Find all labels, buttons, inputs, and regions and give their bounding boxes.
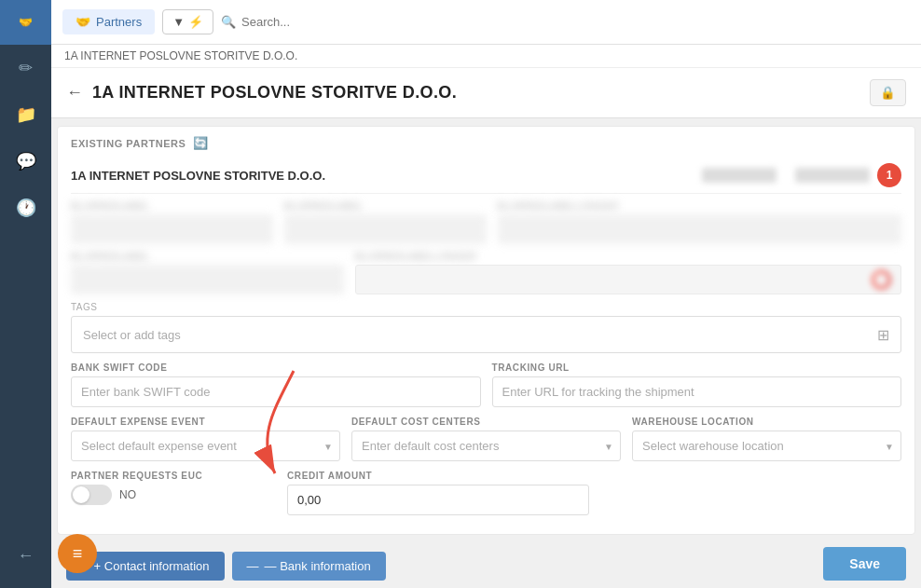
record-title: 1A INTERNET POSLOVNE STORITVE D.O.O. [92,83,457,103]
expense-event-select[interactable]: Select default expense event [71,431,340,461]
partners-btn-label: Partners [96,15,142,29]
chat-icon: 💬 [16,151,36,171]
expense-cost-warehouse-row: DEFAULT EXPENSE EVENT Select default exp… [71,417,901,461]
tracking-url-group: TRACKING URL [492,362,902,407]
save-label: Save [849,556,880,571]
tracking-url-input[interactable] [492,376,902,407]
lock-button[interactable]: 🔒 [870,79,906,106]
content-scroll: 1A INTERNET POSLOVNE STORITVE D.O.O. ← 1… [51,45,921,588]
form-section: EXISTING PARTNERS 🔄 1A INTERNET POSLOVNE… [57,126,915,535]
search-container: 🔍 [221,15,409,29]
credit-amount-input[interactable]: 0,00 [287,485,589,515]
back-nav-btn[interactable]: ← [0,532,51,579]
tags-label: TAGS [71,302,901,312]
sidebar: 🤝 ✏ 📁 💬 🕐 ← [0,0,51,588]
partners-btn-icon: 🤝 [76,15,90,29]
tags-expand-icon: ⊞ [877,326,889,344]
euc-group: PARTNER REQUESTS EUC NO [71,471,276,515]
bank-swift-input[interactable] [71,376,481,407]
filter-icon2: ⚡ [188,15,203,29]
partner-blurred-2 [795,168,870,183]
search-input[interactable] [241,15,409,29]
breadcrumb: 1A INTERNET POSLOVNE STORITVE D.O.O. [51,45,921,68]
partner-badge: 1 [877,163,901,187]
bank-minus-icon: — [247,559,259,573]
toggle-off-label: NO [119,488,136,501]
euc-toggle[interactable] [71,485,112,505]
record-header-left: ← 1A INTERNET POSLOVNE STORITVE D.O.O. [66,83,457,103]
warehouse-location-group: WAREHOUSE LOCATION Select warehouse loca… [632,417,901,461]
partner-blurred-1 [702,168,777,183]
cost-centers-select[interactable]: Enter default cost centers [351,431,621,461]
refresh-icon[interactable]: 🔄 [193,136,208,150]
bank-swift-label: BANK SWIFT CODE [71,362,481,373]
bank-information-button[interactable]: — — Bank information [232,552,386,581]
credit-amount-group: CREDIT AMOUNT 0,00 [287,471,589,515]
save-button[interactable]: Save [823,547,906,581]
existing-partner-row: 1A INTERNET POSLOVNE STORITVE D.O.O. 1 [71,157,901,194]
edit-nav-btn[interactable]: ✏ [0,45,51,91]
partners-nav-btn[interactable]: 🤝 [0,0,51,45]
partners-icon: 🤝 [19,16,33,29]
fab-button[interactable]: ≡ [58,534,97,573]
blurred-row-2: BLURREDLABEL BLURREDLABELLONGER ⭕ [71,252,901,294]
warehouse-select-wrapper: Select warehouse location ▼ [632,431,901,461]
search-icon: 🔍 [221,15,236,29]
warehouse-location-select[interactable]: Select warehouse location [632,431,901,461]
euc-label: PARTNER REQUESTS EUC [71,471,276,481]
topbar: 🤝 Partners ▼ ⚡ 🔍 [51,0,921,45]
fab-icon: ≡ [73,544,83,564]
cost-centers-select-wrapper: Enter default cost centers ▼ [351,431,621,461]
back-button[interactable]: ← [66,83,83,103]
bank-information-label: — Bank information [265,559,371,573]
tags-placeholder: Select or add tags [83,328,181,342]
euc-credit-row: PARTNER REQUESTS EUC NO CREDIT AMOUNT 0,… [71,471,901,515]
record-header: ← 1A INTERNET POSLOVNE STORITVE D.O.O. 🔒 [51,68,921,118]
blurred-row-1: BLURREDLABEL BLURREDLABEL BLURREDLABELLO… [71,201,901,244]
bottom-buttons: + + Contact information — — Bank informa… [51,540,921,588]
bank-swift-group: BANK SWIFT CODE [71,362,481,407]
cost-centers-group: DEFAULT COST CENTERS Enter default cost … [351,417,621,461]
filter-icon: ▼ [172,15,185,29]
edit-icon: ✏ [19,58,33,78]
tags-field[interactable]: Select or add tags ⊞ [71,316,901,353]
contact-information-label: + Contact information [94,559,210,573]
lock-icon: 🔒 [880,86,896,100]
credit-amount-label: CREDIT AMOUNT [287,471,589,481]
partner-name: 1A INTERNET POSLOVNE STORITVE D.O.O. [71,169,325,183]
filter-button[interactable]: ▼ ⚡ [162,9,213,34]
expense-event-label: DEFAULT EXPENSE EVENT [71,417,340,427]
cost-centers-label: DEFAULT COST CENTERS [351,417,621,427]
expense-event-select-wrapper: Select default expense event ▼ [71,431,340,461]
partner-name-col: 1A INTERNET POSLOVNE STORITVE D.O.O. [71,167,694,184]
warehouse-location-label: WAREHOUSE LOCATION [632,417,901,427]
history-nav-btn[interactable]: 🕐 [0,185,51,231]
main-area: 🤝 Partners ▼ ⚡ 🔍 1A INTERNET POSLOVNE ST… [51,0,921,588]
empty-col [600,471,902,515]
tracking-url-label: TRACKING URL [492,362,902,373]
existing-partners-label: EXISTING PARTNERS [71,138,186,149]
partners-button[interactable]: 🤝 Partners [62,9,155,34]
folder-icon: 📁 [16,104,36,125]
back-arrow-icon: ← [18,546,34,566]
existing-partners-row: EXISTING PARTNERS 🔄 [71,136,901,150]
folder-nav-btn[interactable]: 📁 [0,91,51,138]
swift-tracking-row: BANK SWIFT CODE TRACKING URL [71,362,901,407]
history-icon: 🕐 [16,198,36,218]
chat-nav-btn[interactable]: 💬 [0,138,51,185]
toggle-container: NO [71,485,276,505]
toggle-knob [73,486,89,503]
expense-event-group: DEFAULT EXPENSE EVENT Select default exp… [71,417,340,461]
